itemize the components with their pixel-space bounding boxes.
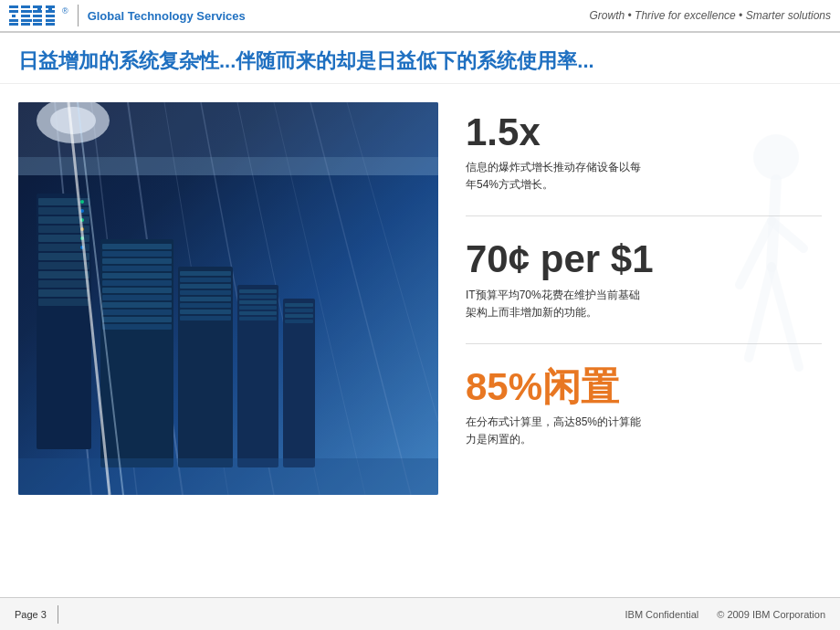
- footer-copyright: © 2009 IBM Corporation: [717, 609, 825, 620]
- svg-rect-18: [46, 15, 55, 17]
- svg-rect-2: [12, 15, 16, 17]
- footer-divider: [58, 605, 58, 624]
- stat-85pct-desc: 在分布式计算里，高达85%的计算能力是闲置的。: [466, 414, 648, 448]
- svg-rect-9: [21, 23, 30, 26]
- svg-rect-0: [9, 5, 18, 8]
- footer-right: IBM Confidential © 2009 IBM Corporation: [625, 609, 826, 620]
- stat-70c-desc: IT预算平均70%花费在维护当前基础架构上而非增加新的功能。: [466, 287, 648, 321]
- right-stats: 1.5x 信息的爆炸式增长推动存储设备以每年54%方式增长。 70¢ per $…: [466, 102, 822, 548]
- svg-rect-14: [33, 23, 42, 26]
- ibm-logo: ®: [9, 5, 68, 26]
- header-logo-divider: [78, 5, 79, 26]
- svg-rect-12: [33, 15, 42, 17]
- main-title: 日益增加的系统复杂性...伴随而来的却是日益低下的系统使用率...: [18, 47, 822, 76]
- stat-1-5x-value: 1.5x: [466, 111, 822, 153]
- svg-rect-21: [48, 5, 52, 13]
- header-service-title: Global Technology Services: [88, 9, 246, 23]
- svg-rect-8: [21, 19, 32, 22]
- svg-rect-3: [9, 19, 18, 22]
- stat-70c: 70¢ per $1 IT预算平均70%花费在维护当前基础架构上而非增加新的功能…: [466, 238, 822, 321]
- stat-85pct: 85%闲置 在分布式计算里，高达85%的计算能力是闲置的。: [466, 366, 822, 449]
- svg-rect-20: [46, 23, 55, 26]
- svg-rect-15: [37, 5, 41, 13]
- footer: Page 3 IBM Confidential © 2009 IBM Corpo…: [0, 597, 840, 630]
- svg-rect-6: [21, 10, 32, 13]
- svg-rect-1: [9, 10, 18, 13]
- svg-rect-19: [46, 19, 55, 22]
- datacenter-svg: [18, 102, 438, 495]
- stat-1-5x: 1.5x 信息的爆炸式增长推动存储设备以每年54%方式增长。: [466, 111, 822, 194]
- svg-rect-90: [18, 102, 438, 495]
- svg-rect-4: [9, 23, 18, 26]
- header-tagline: Growth • Thrive for excellence • Smarter…: [590, 9, 832, 22]
- footer-page: Page 3: [15, 609, 47, 620]
- footer-left: Page 3: [15, 605, 58, 624]
- stat-1-5x-desc: 信息的爆炸式增长推动存储设备以每年54%方式增长。: [466, 159, 648, 194]
- footer-confidential: IBM Confidential: [625, 609, 699, 620]
- svg-rect-5: [21, 5, 30, 8]
- stat-85pct-value: 85%闲置: [466, 366, 822, 408]
- content-area: 1.5x 信息的爆炸式增长推动存储设备以每年54%方式增长。 70¢ per $…: [0, 84, 840, 566]
- header-left: ® Global Technology Services: [9, 5, 246, 26]
- header: ® Global Technology Services Growth • Th…: [0, 0, 840, 33]
- ibm-logo-svg: [9, 5, 57, 26]
- title-area: 日益增加的系统复杂性...伴随而来的却是日益低下的系统使用率...: [0, 33, 840, 84]
- svg-rect-13: [33, 19, 42, 22]
- data-center-image: [18, 102, 438, 495]
- stat-70c-value: 70¢ per $1: [466, 238, 822, 280]
- svg-rect-7: [21, 15, 30, 17]
